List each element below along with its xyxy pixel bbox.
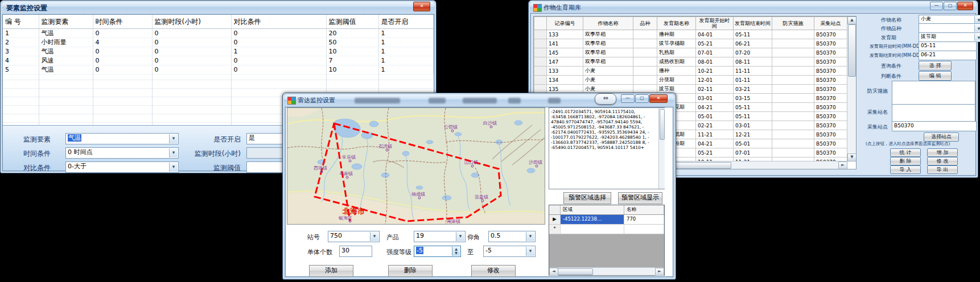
cell-count-input[interactable]: 30 [339, 246, 372, 257]
cell-count-label: 单体个数 [307, 248, 332, 256]
column-header: 防灾措施 [772, 17, 814, 30]
table-row[interactable]: 133 双季早稻 播种期 04-01 05-11 B50370 [534, 30, 847, 39]
warning-area-coordinates[interactable]: -2491.0172034571, 905914.11175410, -6345… [549, 107, 665, 189]
scroll-down-icon[interactable]: ▼ [847, 154, 857, 161]
select-button[interactable]: 选 择 [919, 61, 952, 70]
table-row[interactable]: 2 小时雨量 4 0 0 50 1 [3, 38, 434, 47]
growth-period-label: 发育期 [881, 34, 896, 42]
scroll-thumb[interactable] [558, 268, 593, 275]
period-start-input[interactable]: 05-11 [919, 42, 977, 51]
map-canvas[interactable]: 公馆镇 白沙镇 石湾镇 常乐镇 西场镇 乌家镇 山口镇 沙田镇 福成镇 营盘镇 … [287, 107, 545, 225]
row-selector[interactable] [534, 57, 547, 67]
vertical-scrollbar[interactable]: ▲ ▼ [847, 16, 856, 161]
export-button[interactable]: 导 出 [927, 165, 958, 174]
table-row[interactable]: 4 风速 0 0 0 7 1 [3, 56, 434, 65]
scroll-thumb[interactable] [848, 24, 856, 77]
column-header: 作物名称 [583, 17, 633, 30]
stat-button[interactable]: 统 计 [890, 148, 921, 157]
spinner-arrows-icon[interactable]: ▲▼ [452, 247, 460, 256]
query-condition-label: 查询条件 [881, 63, 901, 70]
measures-label: 防灾措施 [867, 88, 888, 95]
close-icon[interactable]: ✕ [649, 94, 668, 103]
desktop: { "left_window": { "title": "要素监控设置", "c… [0, 0, 980, 282]
intensity-from-spinner[interactable]: -5▲▼ [414, 246, 461, 257]
monitor-element-combo[interactable]: 气温 [65, 133, 179, 144]
compare-condition-combo[interactable]: 0-大于 [65, 161, 179, 173]
edit-button[interactable]: 编 辑 [919, 71, 952, 81]
maximize-icon[interactable]: ▢ [635, 94, 649, 103]
import-button[interactable]: 导 入 [890, 165, 921, 174]
redacted-blur [463, 98, 497, 103]
minimize-icon[interactable]: — [621, 94, 635, 103]
column-header: 发育期名称 [657, 17, 696, 30]
resize-arrows-button[interactable]: ⇔ [595, 93, 616, 105]
elevation-combo[interactable]: 0.5 [488, 231, 536, 242]
column-header: 对比条件 [231, 15, 326, 29]
row-selector[interactable] [534, 39, 547, 48]
row-selector[interactable] [534, 48, 547, 57]
scroll-right-icon[interactable]: ► [655, 268, 664, 276]
current-row-marker-icon: ▶ [549, 215, 561, 224]
measures-textarea[interactable] [892, 81, 975, 105]
grid-horizontal-scrollbar[interactable]: ◄ ► [549, 267, 664, 275]
window-title: 雷达监控设置 [298, 96, 335, 105]
coords-scrollbar[interactable] [658, 108, 665, 189]
maximize-icon[interactable]: ▢ [944, 2, 957, 10]
delete-button[interactable]: 删 除 [890, 157, 921, 165]
station-combo[interactable]: 750 [328, 231, 380, 242]
row-selector[interactable] [534, 76, 547, 85]
table-row[interactable]: 141 双季早稻 拔节孕穗期 05-21 06-21 B50370 [534, 39, 847, 48]
title-bar[interactable]: 要素监控设置 [2, 2, 435, 13]
add-button[interactable]: 添加 [309, 265, 353, 277]
scroll-thumb[interactable] [660, 109, 665, 140]
minimize-icon[interactable]: — [930, 2, 943, 10]
modify-button[interactable]: 修改 [471, 265, 516, 277]
scroll-left-icon[interactable]: ◄ [549, 268, 558, 276]
modify-button[interactable]: 修 改 [927, 157, 958, 165]
area-show-button[interactable]: 预警区域显示 [618, 192, 662, 204]
crop-variety-combo[interactable] [919, 23, 980, 33]
add-button[interactable]: 增 加 [927, 148, 958, 157]
close-icon[interactable]: ✕ [413, 2, 430, 11]
table-row[interactable]: 147 双季早稻 成熟收割期 08-01 08-11 B50370 [534, 57, 847, 67]
new-row-marker-icon: * [549, 225, 561, 234]
delete-button[interactable]: 删除 [388, 265, 433, 277]
monitor-table: 编 号监测要素时间条件监测时段(小时)对比条件监测阈值是否开启 1 气温 0 0… [3, 15, 434, 74]
table-row[interactable]: 134 小麦 分蘖期 12-01 01-11 B50370 [534, 76, 847, 85]
radar-client: 公馆镇 白沙镇 石湾镇 常乐镇 西场镇 乌家镇 山口镇 沙田镇 福成镇 营盘镇 … [285, 107, 673, 277]
monitor-table-header: 编 号监测要素时间条件监测时段(小时)对比条件监测阈值是否开启 [3, 15, 434, 29]
table-row[interactable]: 145 双季早稻 乳熟期 07-01 07-20 B50370 [534, 48, 847, 57]
column-header: 是否开启 [378, 15, 434, 29]
station-name-label: 采集站名 [867, 109, 888, 116]
map-place-label: 常乐镇 [342, 155, 356, 160]
map-city-label: 北海市 [342, 207, 365, 215]
period-end-input[interactable]: 06-21 [919, 51, 977, 60]
map-place-label: 福成镇 [411, 192, 425, 197]
table-row[interactable]: 133 小麦 播种 10-21 11-11 B50370 [534, 67, 847, 76]
map-svg: 公馆镇 白沙镇 石湾镇 常乐镇 西场镇 乌家镇 山口镇 沙田镇 福成镇 营盘镇 … [287, 108, 545, 224]
table-row[interactable]: 3 气温 0 0 1 10 1 [3, 47, 434, 56]
station-name-textarea[interactable] [892, 104, 975, 122]
crop-variety-label: 作物品种 [881, 25, 901, 32]
period-start-label: 发育期开始时间(MM-DD) [870, 43, 921, 49]
map-place-label: 白沙镇 [483, 121, 497, 126]
row-selector[interactable] [534, 30, 547, 39]
intensity-to-combo[interactable]: -5 [483, 246, 536, 257]
scroll-up-icon[interactable]: ▲ [847, 16, 857, 24]
area-select-button[interactable]: 预警区域选择 [563, 192, 611, 204]
close-icon[interactable]: ✕ [957, 2, 973, 10]
row-selector[interactable] [534, 67, 547, 76]
grid-new-row[interactable]: * [549, 225, 664, 234]
scroll-right-icon[interactable]: ► [838, 161, 847, 169]
time-condition-combo[interactable]: 0 时间点 [65, 147, 179, 159]
growth-period-combo[interactable]: 拔节期 [919, 32, 980, 42]
pick-station-button[interactable]: 选择站点 [924, 132, 959, 142]
product-combo[interactable]: 19 [414, 231, 466, 242]
column-header: 名称 [624, 205, 664, 214]
grid-row-selected[interactable]: ▶ -45122.12238... 770 [549, 215, 664, 225]
table-row[interactable]: 1 气温 0 0 0 20 1 [3, 29, 434, 38]
map-place-label: 银海区 [338, 215, 352, 221]
station-input[interactable]: B50370 [892, 121, 977, 131]
title-bar[interactable]: 作物生育期库 [530, 2, 977, 13]
column-header: 监测要素 [39, 15, 93, 29]
